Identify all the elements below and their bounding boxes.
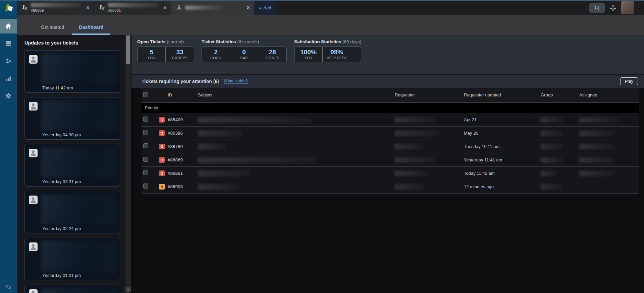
row-checkbox[interactable] [143, 184, 148, 189]
close-tab-icon[interactable]: ✕ [163, 5, 167, 10]
row-checkbox[interactable] [143, 170, 148, 175]
table-row[interactable]: O#86869Yesterday 11:41 am [142, 153, 639, 167]
open-tickets-stat: Open Tickets (current) 5 YOU 33 GROUPS [137, 39, 194, 74]
status-badge: N [159, 184, 165, 190]
scroll-down-arrow-icon[interactable]: ▼ [125, 287, 131, 292]
stat-cell-bad[interactable]: 0 BAD [230, 47, 258, 62]
row-checkbox[interactable] [143, 117, 148, 122]
sidebar-item-reporting[interactable] [0, 71, 17, 86]
redacted-cell [198, 144, 226, 150]
col-header-subject[interactable]: Subject [198, 92, 395, 97]
ticket-tab-86861[interactable]: #86861 ✕ [94, 1, 171, 15]
tab-get-started[interactable]: Get started [34, 24, 71, 35]
col-header-requester-updated[interactable]: Requester updated [464, 92, 541, 97]
row-checkbox[interactable] [143, 130, 148, 135]
user-avatar[interactable] [621, 1, 634, 14]
redacted-update-content [41, 147, 117, 178]
stat-cell-good[interactable]: 2 GOOD [202, 47, 230, 62]
priority-group-row: Priority: - [142, 102, 639, 113]
redacted-cell [198, 170, 250, 176]
redacted-cell [579, 171, 614, 176]
sidebar-item-views[interactable] [0, 36, 17, 51]
add-tab-button[interactable]: + Add [254, 1, 276, 15]
stat-cell-help-desk[interactable]: 99% HELP DESK [323, 47, 351, 62]
col-header-id[interactable]: ID [168, 92, 198, 97]
status-badge: O [159, 144, 165, 149]
ticket-tab-86869[interactable]: #86869 ✕ [17, 1, 94, 15]
redacted-tab-title [108, 3, 158, 7]
status-badge: O [159, 157, 165, 163]
ticket-update-card[interactable]: Yesterday 03:31 pm [24, 144, 120, 187]
scrollbar-thumb[interactable] [126, 35, 130, 64]
col-header-assignee[interactable]: Assignee [579, 92, 639, 97]
table-row[interactable]: O#86386May 26 [142, 127, 639, 140]
col-header-group[interactable]: Group [541, 92, 579, 97]
search-button[interactable] [589, 3, 605, 13]
views-inbox-icon [5, 40, 12, 47]
panel-scrollbar[interactable]: ▼ [125, 35, 131, 293]
update-timestamp: Yesterday 02:24 pm [42, 226, 81, 231]
stat-label: HELP DESK [327, 56, 347, 60]
table-row[interactable]: O#86789Tuesday 10:11 am [142, 140, 639, 153]
ticket-update-card[interactable]: Yesterday 04:30 pm [24, 97, 120, 140]
stat-title: Ticket Statistics [202, 39, 236, 44]
satisfaction-statistics-stat: Satisfaction Statistics (60 days) 100% Y… [294, 39, 361, 74]
redacted-cell [541, 184, 562, 190]
ticket-id: #86789 [168, 144, 198, 149]
tickets-table-body: O#85409Apr 21O#86386May 26O#86789Tuesday… [142, 113, 639, 194]
redacted-cell [541, 144, 563, 149]
row-checkbox[interactable] [143, 143, 148, 148]
ticket-update-card[interactable]: Today 11:42 am [24, 50, 120, 93]
table-row[interactable]: N#8690812 minutes ago [142, 180, 639, 194]
row-checkbox[interactable] [143, 157, 148, 162]
redacted-tab-title [185, 6, 222, 10]
customers-icon [5, 58, 12, 64]
close-tab-icon[interactable]: ✕ [86, 5, 90, 10]
stat-cell-you[interactable]: 5 YOU [138, 47, 166, 62]
table-row[interactable]: O#85409Apr 21 [142, 113, 639, 127]
requester-updated: Apr 21 [464, 117, 541, 122]
table-row[interactable]: O#86861Today 11:42 am [142, 167, 639, 180]
stat-cell-groups[interactable]: 33 GROUPS [166, 47, 194, 62]
select-all-checkbox[interactable] [143, 92, 148, 97]
close-tab-icon[interactable]: ✕ [247, 5, 250, 10]
sidebar-item-admin[interactable] [0, 88, 17, 103]
redacted-tab-title [31, 3, 80, 7]
stat-box: 100% YOU 99% HELP DESK [294, 47, 361, 62]
sidebar-item-home[interactable] [0, 19, 17, 33]
redacted-update-content [41, 54, 117, 84]
stat-label: SOLVED [265, 56, 279, 60]
stat-cell-solved[interactable]: 28 SOLVED [258, 47, 286, 62]
user-profile-tab[interactable]: ✕ [171, 1, 254, 15]
stat-value: 0 [242, 49, 246, 56]
stat-box: 5 YOU 33 GROUPS [137, 47, 194, 62]
stat-subtitle: (this week) [237, 39, 259, 44]
col-header-requester[interactable]: Requester [395, 92, 464, 97]
stat-label: GOOD [210, 56, 221, 60]
tab-ticket-number: #86869 [31, 8, 80, 12]
stats-strip: Open Tickets (current) 5 YOU 33 GROUPS [131, 35, 644, 74]
apps-grid-icon[interactable] [610, 5, 616, 11]
updates-panel-title: Updates to your tickets [24, 40, 120, 46]
ticket-update-card[interactable] [24, 285, 120, 293]
what-is-this-link[interactable]: What is this? [224, 79, 248, 84]
requester-updated: 12 minutes ago [464, 184, 541, 189]
ticket-update-card[interactable]: Yesterday 02:24 pm [24, 191, 120, 233]
zendesk-agent-workspace-logo[interactable] [0, 1, 17, 15]
tab-dashboard[interactable]: Dashboard [72, 24, 110, 35]
stat-cell-you[interactable]: 100% YOU [294, 47, 323, 62]
sidebar-item-customers[interactable] [0, 54, 17, 68]
redacted-cell [395, 144, 424, 149]
stat-value: 2 [214, 49, 218, 56]
stat-subtitle: (60 days) [342, 39, 361, 44]
update-timestamp: Yesterday 01:01 pm [42, 273, 81, 278]
avatar [29, 242, 38, 251]
play-button[interactable]: Play [620, 77, 638, 85]
stat-label: YOU [305, 56, 312, 60]
redacted-cell [541, 131, 563, 136]
attention-section-header: Tickets requiring your attention (6) Wha… [131, 74, 644, 88]
ticket-update-card[interactable]: Yesterday 01:01 pm [24, 238, 120, 280]
redacted-update-content [41, 194, 117, 225]
stat-title: Open Tickets [137, 39, 166, 44]
redacted-cell [198, 184, 238, 190]
